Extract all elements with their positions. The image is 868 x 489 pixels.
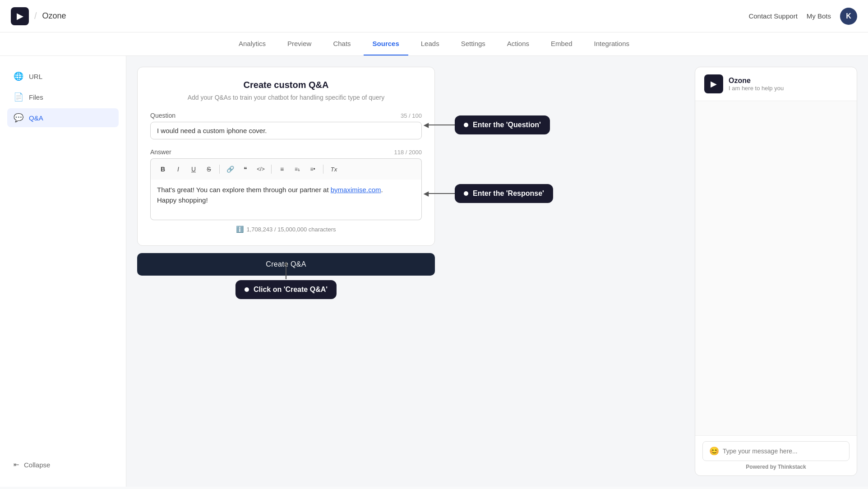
toolbar-code[interactable]: </> [254, 162, 268, 176]
tab-preview[interactable]: Preview [278, 32, 320, 55]
question-counter: 35 / 100 [401, 112, 422, 119]
tab-sources[interactable]: Sources [364, 32, 408, 55]
tab-analytics[interactable]: Analytics [230, 32, 275, 55]
create-btn-wrapper: Create Q&A ▲ Click on 'Create Q&A' [137, 253, 435, 276]
main-layout: 🌐 URL 📄 Files 💬 Q&A ⇤ Collapse Cr [0, 56, 868, 487]
answer-toolbar: B I U S 🔗 ❝ </> ≡ ≡₁ ≡• Tx [150, 158, 422, 180]
sidebar-label-url: URL [29, 73, 42, 80]
qna-icon: 💬 [14, 113, 23, 123]
chat-preview-panel: ▶ Ozone I am here to help you 😊 Powered … [695, 67, 857, 476]
bot-info: Ozone I am here to help you [729, 77, 784, 92]
toolbar-link[interactable]: 🔗 [223, 162, 237, 176]
tab-embed[interactable]: Embed [542, 32, 582, 55]
contact-support-link[interactable]: Contact Support [748, 12, 797, 20]
url-icon: 🌐 [14, 71, 23, 81]
tab-settings[interactable]: Settings [452, 32, 494, 55]
sidebar-bottom: ⇤ Collapse [7, 453, 119, 476]
question-arrow-line [428, 125, 455, 125]
question-input[interactable] [150, 122, 422, 139]
question-label: Question [150, 112, 175, 119]
chat-body [695, 101, 857, 435]
sidebar: 🌐 URL 📄 Files 💬 Q&A ⇤ Collapse [0, 56, 126, 487]
response-callout-dot [464, 191, 468, 196]
question-callout-text: Enter the 'Question' [473, 121, 541, 129]
sidebar-item-url[interactable]: 🌐 URL [7, 67, 119, 86]
chat-message-input[interactable] [723, 447, 843, 455]
user-avatar[interactable]: K [840, 8, 857, 25]
toolbar-underline[interactable]: U [187, 162, 200, 176]
toolbar-bold[interactable]: B [156, 162, 170, 176]
answer-field-row: Answer 118 / 2000 [150, 148, 422, 156]
answer-textarea[interactable]: That's great! You can explore them throu… [150, 180, 422, 220]
collapse-icon: ⇤ [14, 461, 19, 469]
response-arrow-head: ◀ [424, 190, 429, 197]
toolbar-italic[interactable]: I [171, 162, 185, 176]
collapse-label: Collapse [24, 461, 50, 469]
tab-actions[interactable]: Actions [498, 32, 538, 55]
chat-footer: 😊 Powered by Thinkstack [695, 435, 857, 475]
response-callout-text: Enter the 'Response' [473, 189, 544, 198]
sidebar-item-qna[interactable]: 💬 Q&A [7, 108, 119, 127]
question-arrow-head: ◀ [424, 121, 429, 129]
app-name: Ozone [42, 11, 66, 21]
answer-counter: 118 / 2000 [394, 149, 422, 156]
create-callout-dot [245, 287, 249, 292]
header: ▶ / Ozone Contact Support My Bots K [0, 0, 868, 32]
breadcrumb-separator: / [34, 11, 37, 21]
answer-text-after: . [381, 186, 383, 194]
toolbar-clear-format[interactable]: Tx [327, 162, 341, 176]
char-info: ℹ️ 1,708,243 / 15,000,000 characters [150, 226, 422, 233]
toolbar-blockquote[interactable]: ❝ [239, 162, 252, 176]
toolbar-align[interactable]: ≡ [275, 162, 289, 176]
create-arrow-head: ▲ [283, 259, 289, 267]
content-area: Create custom Q&A Add your Q&As to train… [126, 56, 868, 487]
toolbar-sep-2 [271, 165, 272, 174]
sidebar-item-files[interactable]: 📄 Files [7, 88, 119, 106]
toolbar-unordered-list[interactable]: ≡• [306, 162, 319, 176]
response-callout: ◀ Enter the 'Response' [455, 184, 553, 203]
answer-link[interactable]: bymaximise.com [331, 186, 381, 194]
question-field-row: Question 35 / 100 [150, 112, 422, 119]
nav-tabs: Analytics Preview Chats Sources Leads Se… [0, 32, 868, 56]
callouts-area: ◀ Enter the 'Question' ◀ Enter the 'Resp… [446, 67, 857, 476]
toolbar-ordered-list[interactable]: ≡₁ [291, 162, 304, 176]
collapse-button[interactable]: ⇤ Collapse [14, 461, 112, 469]
tab-chats[interactable]: Chats [324, 32, 360, 55]
header-right: Contact Support My Bots K [748, 8, 857, 25]
bot-avatar-icon: ▶ [704, 74, 723, 93]
chat-input-row: 😊 [702, 441, 850, 461]
answer-text-plain: That's great! You can explore them throu… [157, 186, 331, 194]
files-icon: 📄 [14, 92, 23, 102]
sidebar-label-qna: Q&A [29, 114, 43, 122]
sidebar-label-files: Files [29, 93, 43, 101]
toolbar-sep-3 [323, 165, 323, 174]
bot-name: Ozone [729, 77, 784, 85]
answer-line2: Happy shopping! [157, 196, 208, 204]
form-card: Create custom Q&A Add your Q&As to train… [137, 67, 435, 246]
my-bots-link[interactable]: My Bots [807, 12, 831, 20]
info-icon: ℹ️ [236, 226, 244, 233]
tab-leads[interactable]: Leads [412, 32, 448, 55]
form-subtitle: Add your Q&As to train your chatbot for … [150, 94, 422, 101]
powered-by: Powered by Thinkstack [702, 464, 850, 470]
powered-brand: Thinkstack [778, 464, 806, 470]
question-callout: ◀ Enter the 'Question' [455, 115, 550, 134]
emoji-icon: 😊 [709, 446, 719, 456]
form-title: Create custom Q&A [150, 80, 422, 90]
answer-label: Answer [150, 148, 171, 156]
form-panel: Create custom Q&A Add your Q&As to train… [137, 67, 435, 476]
question-callout-dot [464, 123, 468, 127]
create-callout-text: Click on 'Create Q&A' [254, 286, 328, 294]
bot-subtitle: I am here to help you [729, 85, 784, 92]
tab-integrations[interactable]: Integrations [585, 32, 638, 55]
chat-header: ▶ Ozone I am here to help you [695, 67, 857, 101]
response-arrow-line [428, 193, 455, 194]
char-count: 1,708,243 / 15,000,000 characters [246, 226, 336, 233]
header-left: ▶ / Ozone [11, 7, 66, 25]
sidebar-items: 🌐 URL 📄 Files 💬 Q&A [7, 67, 119, 127]
logo-icon[interactable]: ▶ [11, 7, 29, 25]
toolbar-sep-1 [219, 165, 220, 174]
create-callout: ▲ Click on 'Create Q&A' [235, 280, 337, 299]
toolbar-strikethrough[interactable]: S [202, 162, 216, 176]
